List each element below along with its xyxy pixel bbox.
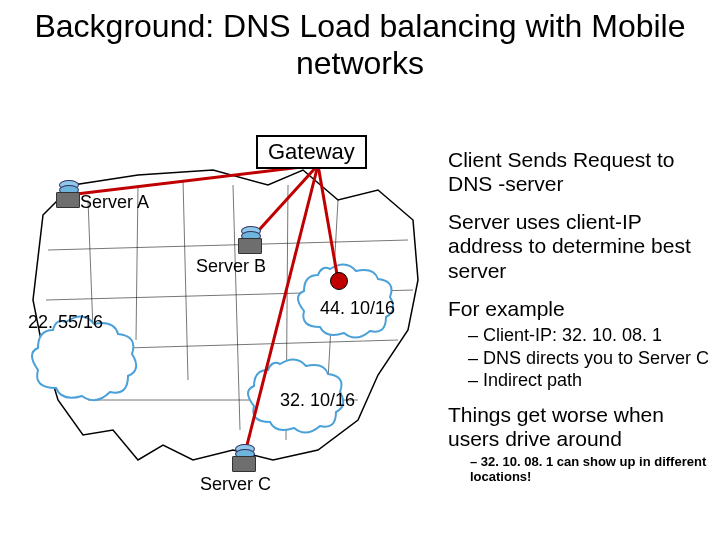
explanation-column: Client Sends Request to DNS -server Serv… (448, 148, 710, 487)
cidr-label-c: 32. 10/16 (280, 390, 355, 411)
cidr-label-a: 22. 55/16 (28, 312, 103, 333)
example-item: DNS directs you to Server C (468, 348, 710, 369)
gateway-label-box: Gateway (256, 135, 367, 169)
para-request: Client Sends Request to DNS -server (448, 148, 710, 196)
server-a-label: Server A (80, 192, 149, 213)
server-c-label: Server C (200, 474, 271, 495)
server-icon (238, 226, 262, 254)
para-worse: Things get worse when users drive around (448, 403, 710, 451)
server-b-label: Server B (196, 256, 266, 277)
example-item: Indirect path (468, 370, 710, 391)
para-bestsrv: Server uses client-IP address to determi… (448, 210, 710, 282)
para-example-header: For example (448, 297, 710, 321)
us-map-diagram: Gateway Server A Server B Server C 22. 5… (18, 130, 443, 490)
slide-title: Background: DNS Load balancing with Mobi… (0, 8, 720, 82)
gateway-dot-icon (330, 272, 348, 290)
worse-item: 32. 10. 08. 1 can show up in different l… (470, 455, 710, 485)
example-item: Client-IP: 32. 10. 08. 1 (468, 325, 710, 346)
server-icon (232, 444, 256, 472)
cidr-label-b: 44. 10/16 (320, 298, 395, 319)
server-icon (56, 180, 80, 208)
